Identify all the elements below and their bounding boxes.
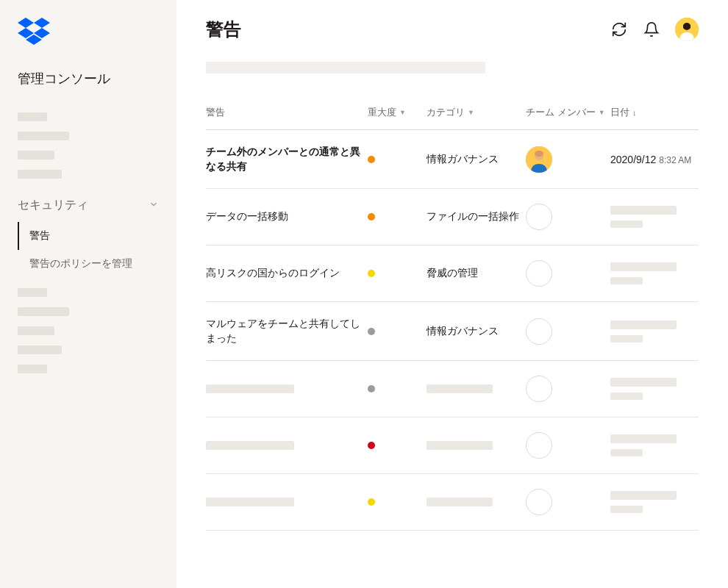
severity-dot-yellow xyxy=(368,270,375,277)
page-title: 警告 xyxy=(206,18,241,41)
placeholder-block xyxy=(610,206,677,228)
search-placeholder-bar xyxy=(206,62,485,74)
member-cell xyxy=(526,318,610,345)
alert-cell: 高リスクの国からのログイン xyxy=(206,266,368,281)
column-label: 警告 xyxy=(206,106,225,119)
caret-down-icon: ▼ xyxy=(599,109,605,116)
table-row[interactable]: 高リスクの国からのログイン脅威の管理 xyxy=(206,245,699,302)
column-header-severity[interactable]: 重大度 ▼ xyxy=(368,106,427,119)
sync-button[interactable] xyxy=(610,21,628,38)
table-row[interactable] xyxy=(206,417,699,474)
page-header: 警告 xyxy=(206,18,699,41)
category-cell: 脅威の管理 xyxy=(427,267,526,280)
chevron-down-icon xyxy=(149,199,159,212)
placeholder xyxy=(610,320,677,329)
table-header: 警告 重大度 ▼ カテゴリ ▼ チーム メンバー ▼ 日付 ↓ xyxy=(206,100,699,130)
alert-title: 高リスクの国からのログイン xyxy=(206,266,368,281)
placeholder xyxy=(610,392,643,400)
svg-point-4 xyxy=(535,151,543,157)
placeholder xyxy=(206,498,294,506)
table-row[interactable]: チーム外のメンバーとの通常と異なる共有情報ガバナンス2020/9/128:32 … xyxy=(206,130,699,189)
sidebar-item-label: 警告のポリシーを管理 xyxy=(29,257,132,269)
sort-down-icon: ↓ xyxy=(632,108,637,117)
column-label: 日付 xyxy=(610,106,629,119)
category-cell xyxy=(427,441,526,450)
placeholder xyxy=(610,206,677,215)
member-cell xyxy=(526,146,610,173)
column-header-date[interactable]: 日付 ↓ xyxy=(610,106,699,119)
placeholder-block xyxy=(610,262,677,284)
alert-cell xyxy=(206,441,368,450)
placeholder xyxy=(206,441,294,450)
column-header-alert[interactable]: 警告 xyxy=(206,106,368,119)
alerts-table: 警告 重大度 ▼ カテゴリ ▼ チーム メンバー ▼ 日付 ↓ xyxy=(206,100,699,531)
severity-cell xyxy=(368,156,427,163)
dropbox-logo[interactable] xyxy=(0,18,176,64)
alert-cell: マルウェアをチームと共有してしまった xyxy=(206,317,368,345)
category-cell: 情報ガバナンス xyxy=(427,153,526,166)
table-row[interactable]: マルウェアをチームと共有してしまった情報ガバナンス xyxy=(206,302,699,361)
severity-dot-gray xyxy=(368,385,375,392)
alert-cell xyxy=(206,384,368,393)
category-text: ファイルの一括操作 xyxy=(427,210,519,223)
placeholder xyxy=(427,498,493,506)
table-row[interactable] xyxy=(206,474,699,531)
sidebar-section-security[interactable]: セキュリティ xyxy=(0,189,176,222)
person-icon xyxy=(526,146,552,173)
placeholder-block xyxy=(610,434,677,456)
column-header-category[interactable]: カテゴリ ▼ xyxy=(427,106,526,119)
dropbox-icon xyxy=(18,18,50,47)
sidebar-placeholder xyxy=(18,345,62,354)
member-avatar-empty xyxy=(526,318,552,345)
date-text: 2020/9/12 xyxy=(610,154,656,165)
severity-dot-orange xyxy=(368,213,375,220)
category-cell xyxy=(427,498,526,506)
member-cell xyxy=(526,432,610,459)
table-row[interactable]: データの一括移動ファイルの一括操作 xyxy=(206,189,699,245)
alert-title: チーム外のメンバーとの通常と異なる共有 xyxy=(206,145,368,173)
avatar-icon xyxy=(675,18,699,41)
table-row[interactable] xyxy=(206,361,699,417)
sidebar-placeholder xyxy=(18,326,54,335)
placeholder xyxy=(610,378,677,387)
placeholder xyxy=(610,220,643,228)
time-text: 8:32 AM xyxy=(659,155,691,165)
placeholder xyxy=(610,449,643,456)
date-cell xyxy=(610,206,699,228)
alert-cell: データの一括移動 xyxy=(206,209,368,224)
notifications-button[interactable] xyxy=(643,21,660,38)
severity-cell xyxy=(368,328,427,335)
sidebar-item-alerts[interactable]: 警告 xyxy=(18,222,176,250)
severity-cell xyxy=(368,498,427,506)
column-header-member[interactable]: チーム メンバー ▼ xyxy=(526,106,610,119)
severity-cell xyxy=(368,442,427,449)
placeholder xyxy=(206,384,294,393)
placeholder xyxy=(427,441,493,450)
member-avatar xyxy=(526,146,552,173)
date-cell xyxy=(610,378,699,400)
date-cell: 2020/9/128:32 AM xyxy=(610,154,699,165)
table-body: チーム外のメンバーとの通常と異なる共有情報ガバナンス2020/9/128:32 … xyxy=(206,130,699,531)
severity-dot-gray xyxy=(368,328,375,335)
severity-cell xyxy=(368,270,427,277)
bell-icon xyxy=(643,21,660,37)
severity-dot-orange xyxy=(368,156,375,163)
category-cell: ファイルの一括操作 xyxy=(427,210,526,223)
alert-cell: チーム外のメンバーとの通常と異なる共有 xyxy=(206,145,368,173)
placeholder xyxy=(610,491,677,500)
date-cell xyxy=(610,320,699,343)
sidebar-placeholder xyxy=(18,307,69,316)
sidebar-item-manage-policies[interactable]: 警告のポリシーを管理 xyxy=(0,250,176,278)
placeholder-block xyxy=(610,491,677,513)
category-text: 脅威の管理 xyxy=(427,267,478,280)
sidebar-placeholder xyxy=(18,151,54,159)
member-avatar-empty xyxy=(526,204,552,230)
severity-dot-red xyxy=(368,442,375,449)
sidebar-section-label: セキュリティ xyxy=(18,198,88,213)
user-avatar[interactable] xyxy=(675,18,699,41)
main-content: 警告 xyxy=(176,0,728,588)
placeholder xyxy=(610,335,643,343)
category-cell: 情報ガバナンス xyxy=(427,325,526,338)
severity-cell xyxy=(368,213,427,220)
member-avatar-empty xyxy=(526,376,552,402)
